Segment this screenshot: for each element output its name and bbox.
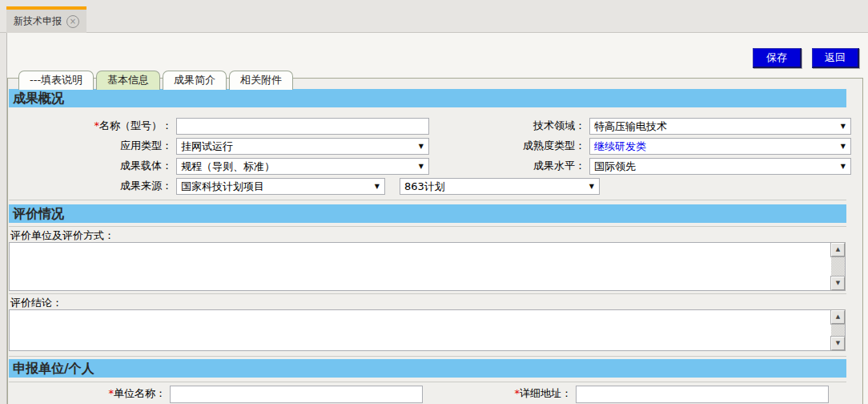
- unit-name-label: *单位名称：: [8, 385, 166, 402]
- carrier-select[interactable]: 规程（导则、标准）▼: [176, 158, 429, 175]
- close-icon[interactable]: ×: [66, 15, 79, 28]
- maturity-value: 继续研发类: [594, 140, 646, 152]
- app-type-select[interactable]: 挂网试运行▼: [176, 138, 429, 155]
- address-input[interactable]: [576, 386, 829, 403]
- source-value: 国家科技计划项目: [181, 180, 264, 192]
- eval-conclusion-label: 评价结论：: [10, 296, 62, 310]
- divider: [9, 382, 846, 382]
- scroll-up-button[interactable]: ▲: [831, 243, 845, 257]
- carrier-value: 规程（导则、标准）: [181, 160, 275, 172]
- eval-unit-method-textarea[interactable]: ▲ ▼: [9, 242, 846, 291]
- section-header-evaluation: 评价情况: [9, 204, 846, 223]
- source-sub-value: 863计划: [404, 180, 445, 192]
- maturity-select[interactable]: 继续研发类▼: [589, 138, 851, 155]
- name-label: *名称（型号）：: [8, 117, 172, 135]
- scrollbar[interactable]: ▲ ▼: [831, 310, 845, 350]
- source-label: 成果来源：: [8, 177, 172, 195]
- address-label: *详细地址：: [407, 385, 572, 402]
- section-header-applicant: 申报单位/个人: [9, 359, 846, 378]
- window-tab-new-tech-declaration[interactable]: 新技术申报 ×: [6, 6, 86, 33]
- name-input[interactable]: [176, 118, 429, 135]
- form-content-box: 成果概况 *名称（型号）： 技术领域： 特高压输电技术▼ 应用类型： 挂网试运行…: [7, 78, 863, 404]
- dropdown-arrow-icon: ▼: [841, 160, 846, 174]
- eval-conclusion-textarea[interactable]: ▲ ▼: [9, 309, 846, 351]
- divider: [9, 200, 846, 200]
- dropdown-arrow-icon: ▼: [841, 139, 846, 154]
- tech-field-value: 特高压输电技术: [594, 120, 667, 132]
- page: 新技术申报 × 保存 返回 ---填表说明 基本信息 成果简介 相关附件 成果概…: [0, 0, 868, 404]
- section-header-overview: 成果概况: [9, 89, 846, 107]
- tab-basic-info[interactable]: 基本信息: [96, 71, 160, 90]
- save-button[interactable]: 保存: [753, 48, 802, 68]
- window-tab-bar: 新技术申报 ×: [0, 0, 868, 33]
- maturity-label: 成熟度类型：: [421, 137, 585, 155]
- scroll-down-button[interactable]: ▼: [831, 337, 845, 350]
- eval-conclusion-text: [10, 310, 831, 350]
- tab-fill-instructions[interactable]: ---填表说明: [18, 71, 94, 90]
- scroll-up-button[interactable]: ▲: [831, 310, 845, 324]
- divider: [9, 356, 846, 357]
- source-sub-select[interactable]: 863计划▼: [400, 178, 600, 195]
- carrier-label: 成果载体：: [8, 157, 172, 175]
- eval-unit-method-label: 评价单位及评价方式：: [10, 228, 115, 243]
- scrollbar[interactable]: ▲ ▼: [831, 243, 845, 290]
- source-select[interactable]: 国家科技计划项目▼: [176, 178, 385, 195]
- eval-unit-method-text: [10, 243, 831, 290]
- divider: [9, 226, 846, 227]
- dropdown-arrow-icon: ▼: [841, 119, 846, 134]
- main-panel: 保存 返回 ---填表说明 基本信息 成果简介 相关附件 成果概况 *名称（型号…: [6, 33, 868, 404]
- tech-field-select[interactable]: 特高压输电技术▼: [589, 118, 851, 135]
- unit-name-input[interactable]: [170, 386, 423, 403]
- level-value: 国际领先: [594, 160, 636, 172]
- form-tabs: ---填表说明 基本信息 成果简介 相关附件: [18, 71, 293, 90]
- tab-result-intro[interactable]: 成果简介: [163, 71, 227, 90]
- dropdown-arrow-icon: ▼: [589, 180, 594, 194]
- tech-field-label: 技术领域：: [421, 117, 585, 135]
- tab-attachments[interactable]: 相关附件: [229, 71, 293, 90]
- level-label: 成果水平：: [421, 157, 585, 175]
- dropdown-arrow-icon: ▼: [375, 180, 380, 194]
- scroll-down-button[interactable]: ▼: [831, 277, 845, 290]
- level-select[interactable]: 国际领先▼: [589, 158, 851, 175]
- window-tab-label: 新技术申报: [14, 14, 62, 28]
- app-type-value: 挂网试运行: [181, 140, 233, 152]
- divider: [9, 293, 846, 294]
- app-type-label: 应用类型：: [8, 137, 172, 155]
- back-button[interactable]: 返回: [812, 48, 859, 68]
